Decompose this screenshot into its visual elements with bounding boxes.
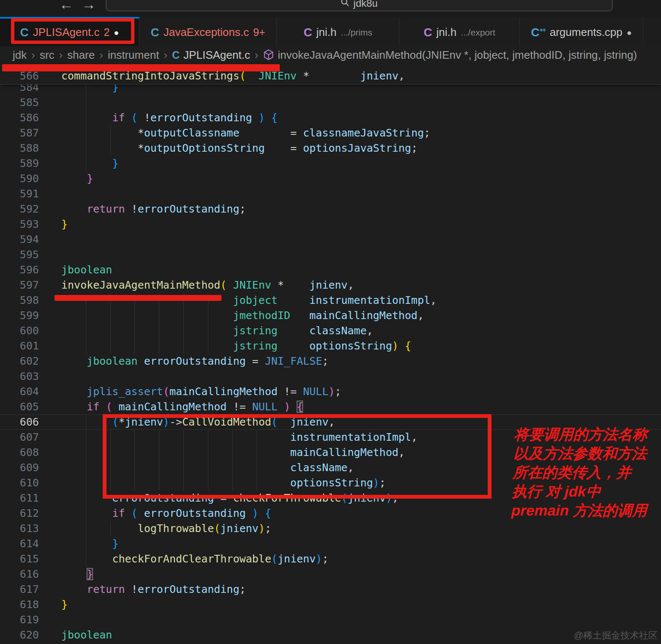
code-line-592[interactable]: 592 return !errorOutstanding; [0,202,661,217]
line-number[interactable]: 591 [0,186,39,202]
line-number[interactable]: 605 [0,399,39,415]
line-number[interactable]: 603 [0,369,39,384]
breadcrumb-item-jdk[interactable]: jdk [13,49,27,62]
line-number[interactable]: 596 [0,262,39,278]
tab-arguments-cpp[interactable]: C++arguments.cpp● [520,17,643,46]
command-center-search[interactable]: jdk8u [106,0,613,11]
breadcrumb-item-file[interactable]: JPLISAgent.c [183,49,250,62]
vscode-window: ← → jdk8u CJPLISAgent.c2●CJavaExceptions… [0,0,661,644]
code-line-590[interactable]: 590 } [0,171,661,186]
line-number[interactable]: 588 [0,141,39,156]
code-line-601[interactable]: 601 jstring optionsString) { [0,338,661,354]
line-number[interactable]: 610 [0,475,39,491]
code-line-620[interactable]: 620jboolean [0,628,661,643]
annotation-note-line: 执行 对 jdk中 [512,482,660,501]
unsaved-dot-icon[interactable]: ● [627,28,632,37]
tab-problems-badge: 9+ [253,26,265,38]
tab-label: jni.h [436,26,456,39]
line-number[interactable]: 601 [0,338,39,354]
breadcrumb-item-src[interactable]: src [40,49,55,62]
line-number[interactable]: 615 [0,551,39,567]
tab-description: .../prims [341,27,372,38]
tab-label: JavaExceptions.c [164,26,249,39]
code-line-617[interactable]: 617 return !errorOutstanding; [0,582,661,597]
tab-description: .../export [461,27,495,38]
code-line-599[interactable]: 599 jmethodID mainCallingMethod, [0,308,661,323]
line-number[interactable]: 598 [0,293,39,308]
line-number[interactable]: 619 [0,612,39,628]
tab-jni-h[interactable]: Cjni.h.../prims [277,17,399,46]
line-number[interactable]: 604 [0,384,39,399]
tab-jni-h[interactable]: Cjni.h.../export [399,17,520,46]
code-line-589[interactable]: 589 } [0,156,661,171]
code-line-591[interactable]: 591 [0,186,661,202]
line-number[interactable]: 590 [0,171,39,186]
search-icon [341,0,350,9]
line-number[interactable]: 608 [0,445,39,460]
line-number[interactable]: 609 [0,460,39,475]
line-number[interactable]: 593 [0,217,39,232]
symbol-method-icon [263,49,278,62]
c-file-icon: C [172,49,180,61]
code-line-613[interactable]: 613 logThrowable(jnienv); [0,521,661,536]
line-number[interactable]: 592 [0,202,39,217]
breadcrumb-item-share[interactable]: share [67,49,95,62]
breadcrumb-item-symbol[interactable]: invokeJavaAgentMainMethod(JNIEnv *, jobj… [278,49,637,62]
code-line-619[interactable]: 619 [0,612,661,628]
code-line-615[interactable]: 615 checkForAndClearThrowable(jnienv); [0,551,661,567]
code-line-585[interactable]: 585 [0,95,661,110]
line-number[interactable]: 586 [0,110,39,126]
code-line-587[interactable]: 587 *outputClassname = classnameJavaStri… [0,126,661,141]
line-number[interactable]: 585 [0,95,39,110]
code-line-602[interactable]: 602 jboolean errorOutstanding = JNI_FALS… [0,354,661,369]
indent-guide [86,95,86,110]
h-file-icon: C [423,27,432,38]
search-value: jdk8u [353,0,377,9]
line-number[interactable]: 600 [0,323,39,338]
watermark: @稀土掘金技术社区 [574,629,658,642]
line-number[interactable]: 594 [0,232,39,247]
c-file-icon: C [150,27,159,38]
line-number[interactable]: 599 [0,308,39,323]
code-line-586[interactable]: 586 if ( !errorOutstanding ) { [0,110,661,126]
annotation-note-text: 将要调用的方法名称以及方法参数和方法所在的类传入，并执行 对 jdk中prema… [511,425,661,520]
breadcrumb-separator: › [99,49,103,62]
line-number[interactable]: 614 [0,536,39,551]
tab-label: arguments.cpp [550,26,623,39]
breadcrumb: jdk›src›share›instrument›CJPLISAgent.c›i… [0,46,661,64]
breadcrumb-item-instrument[interactable]: instrument [108,49,159,62]
line-number[interactable]: 607 [0,430,39,445]
line-number[interactable]: 616 [0,567,39,582]
line-number[interactable]: 612 [0,506,39,521]
code-line-595[interactable]: 595 [0,247,661,262]
line-number[interactable]: 606 [0,415,39,430]
forward-arrow-icon[interactable]: → [82,0,96,13]
code-line-614[interactable]: 614 } [0,536,661,551]
code-line-596[interactable]: 596jboolean [0,262,661,278]
line-number[interactable]: 597 [0,278,39,293]
line-number[interactable]: 613 [0,521,39,536]
code-line-600[interactable]: 600 jstring className, [0,323,661,338]
annotation-note-line: 将要调用的方法名称 [514,425,661,444]
line-number[interactable]: 617 [0,582,39,597]
annotation-underline-breadcrumb [2,64,280,71]
tab-javaexceptions-c[interactable]: CJavaExceptions.c9+ [139,17,277,46]
line-number[interactable]: 620 [0,628,39,643]
back-arrow-icon[interactable]: ← [59,0,74,13]
annotation-box-callvoidmethod [103,414,492,499]
code-line-618[interactable]: 618} [0,597,661,612]
line-number[interactable]: 602 [0,354,39,369]
code-line-616[interactable]: 616 } [0,567,661,582]
code-line-603[interactable]: 603 [0,369,661,384]
line-number[interactable]: 587 [0,126,39,141]
code-line-588[interactable]: 588 *outputOptionsString = optionsJavaSt… [0,141,661,156]
line-number[interactable]: 595 [0,247,39,262]
line-number[interactable]: 618 [0,597,39,612]
line-number[interactable]: 589 [0,156,39,171]
code-line-605[interactable]: 605 if ( mainCallingMethod != NULL ) { [0,399,661,415]
code-line-597[interactable]: 597invokeJavaAgentMainMethod( JNIEnv * j… [0,278,661,293]
code-line-604[interactable]: 604 jplis_assert(mainCallingMethod != NU… [0,384,661,399]
code-line-593[interactable]: 593} [0,217,661,232]
code-line-594[interactable]: 594 [0,232,661,247]
line-number[interactable]: 611 [0,491,39,506]
